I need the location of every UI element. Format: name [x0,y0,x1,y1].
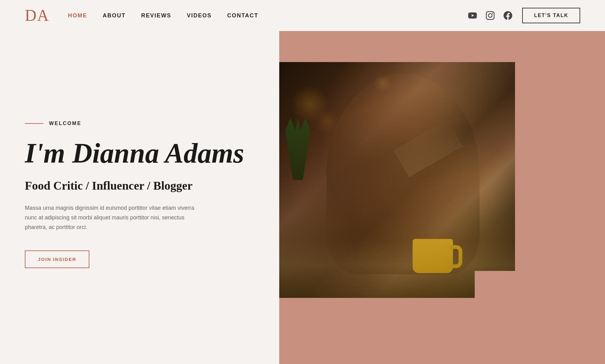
nav-reviews[interactable]: REVIEWS [141,12,171,19]
header-right: LET'S TALK [468,8,580,23]
lets-talk-button[interactable]: LET'S TALK [522,8,580,23]
main-content: WELCOME I'm Dianna Adams Food Critic / I… [0,31,605,364]
nav-about[interactable]: ABOUT [103,12,126,19]
facebook-icon[interactable] [503,11,513,20]
welcome-label: WELCOME [49,121,82,126]
social-icons [468,11,513,20]
instagram-icon[interactable] [485,11,495,20]
nav-videos[interactable]: VIDEOS [187,12,212,19]
nav-contact[interactable]: CONTACT [227,12,258,19]
welcome-line: WELCOME [25,121,254,126]
youtube-icon[interactable] [468,11,477,20]
hero-subtitle: Food Critic / Influencer / Blogger [25,179,254,192]
hero-left: WELCOME I'm Dianna Adams Food Critic / I… [0,31,279,364]
hero-title: I'm Dianna Adams [25,139,254,168]
logo[interactable]: DA [25,7,49,24]
pink-decoration-bottom [475,271,605,364]
nav-home[interactable]: HOME [68,12,87,19]
hero-photo [279,62,515,298]
hero-right [279,31,605,364]
photo-background [279,62,515,298]
hero-description: Massa urna magnis dignissim id euismod p… [25,203,205,232]
main-nav: HOME ABOUT REVIEWS VIDEOS CONTACT [68,12,258,19]
site-header: DA HOME ABOUT REVIEWS VIDEOS CONTACT [0,0,605,31]
welcome-dash [25,123,43,124]
header-left: DA HOME ABOUT REVIEWS VIDEOS CONTACT [25,7,258,24]
photo-color-overlay [279,62,515,298]
join-insider-button[interactable]: JOIN INSIDER [25,250,89,268]
